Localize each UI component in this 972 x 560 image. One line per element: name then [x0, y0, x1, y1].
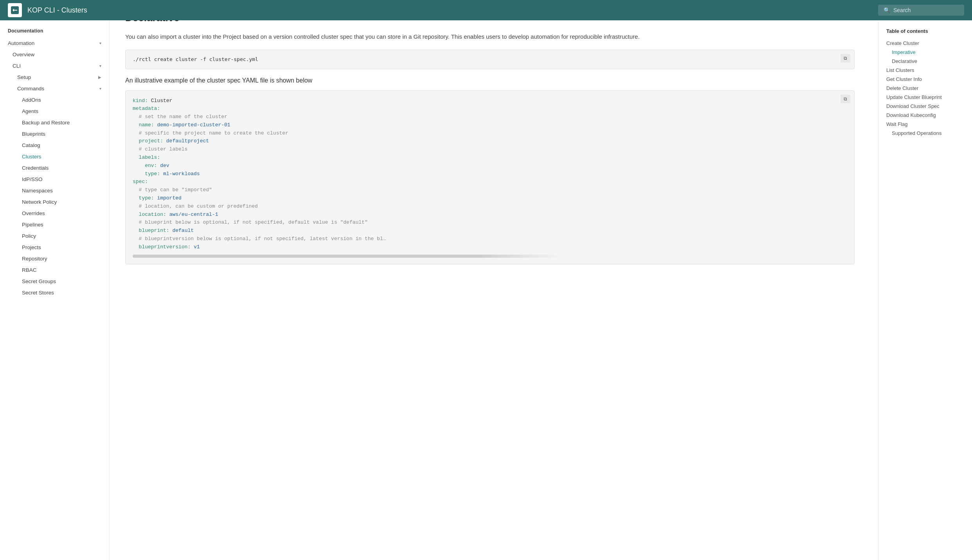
- sidebar-item-label: Secret Groups: [22, 278, 56, 284]
- header: KOP CLI - Clusters 🔍: [0, 0, 972, 20]
- sidebar-item-policy[interactable]: Policy: [0, 230, 109, 242]
- sidebar-item-label: Projects: [22, 244, 41, 250]
- yaml-code-block: ⧉ kind: Clustermetadata: # set the name …: [125, 90, 855, 264]
- yaml-example-label: An illustrative example of the cluster s…: [125, 77, 855, 84]
- code-line: # set the name of the cluster: [133, 113, 847, 121]
- code-line: metadata:: [133, 105, 847, 113]
- sidebar-item-backup-restore[interactable]: Backup and Restore: [0, 117, 109, 128]
- toc-item[interactable]: Declarative: [886, 57, 964, 66]
- code-line: labels:: [133, 154, 847, 162]
- search-input[interactable]: [893, 7, 956, 13]
- code-line: type: imported: [133, 194, 847, 203]
- yaml-code-scroll: kind: Clustermetadata: # set the name of…: [133, 97, 847, 251]
- sidebar: Documentation Automation▾OverviewCLI▾Set…: [0, 20, 110, 284]
- sidebar-item-projects[interactable]: Projects: [0, 242, 109, 253]
- sidebar-item-rbac[interactable]: RBAC: [0, 264, 109, 276]
- code-line: blueprint: default: [133, 227, 847, 235]
- simple-code: ./rctl create cluster -f cluster-spec.ym…: [133, 56, 258, 62]
- sidebar-item-secret-groups[interactable]: Secret Groups: [0, 276, 109, 284]
- code-line: # cluster labels: [133, 145, 847, 154]
- sidebar-item-namespaces[interactable]: Namespaces: [0, 185, 109, 196]
- sidebar-section-label: Documentation: [0, 28, 109, 38]
- copy-yaml-button[interactable]: ⧉: [841, 95, 850, 103]
- toc-title: Table of contents: [886, 28, 964, 34]
- sidebar-item-automation[interactable]: Automation▾: [0, 38, 109, 49]
- sidebar-item-label: CLI: [13, 63, 21, 69]
- sidebar-item-blueprints[interactable]: Blueprints: [0, 128, 109, 140]
- sidebar-item-idp-sso[interactable]: IdP/SSO: [0, 174, 109, 185]
- code-line: env: dev: [133, 162, 847, 170]
- intro-text: You can also import a cluster into the P…: [125, 32, 855, 42]
- logo: [8, 3, 22, 17]
- chevron-icon: ▾: [99, 86, 101, 91]
- simple-code-block: ⧉ ./rctl create cluster -f cluster-spec.…: [125, 50, 855, 69]
- scroll-indicator: [133, 255, 562, 258]
- sidebar-item-label: Automation: [8, 40, 34, 46]
- chevron-icon: ▾: [99, 41, 101, 45]
- toc-item[interactable]: Download Cluster Spec: [886, 102, 964, 111]
- search-box[interactable]: 🔍: [878, 5, 964, 16]
- sidebar-item-label: RBAC: [22, 267, 37, 273]
- code-line: # type can be "imported": [133, 186, 847, 194]
- sidebar-item-label: Repository: [22, 256, 47, 262]
- sidebar-item-commands[interactable]: Commands▾: [0, 83, 109, 94]
- code-line: name: demo-imported-cluster-01: [133, 121, 847, 129]
- sidebar-item-label: Setup: [17, 74, 31, 80]
- toc-item[interactable]: Update Cluster Blueprint: [886, 93, 964, 102]
- sidebar-item-label: Overview: [13, 52, 34, 57]
- toc-item[interactable]: Delete Cluster: [886, 84, 964, 93]
- sidebar-item-addons[interactable]: AddOns: [0, 94, 109, 106]
- sidebar-item-setup[interactable]: Setup▶: [0, 72, 109, 83]
- sidebar-item-label: Policy: [22, 233, 36, 239]
- sidebar-item-label: Commands: [17, 86, 44, 92]
- toc-item[interactable]: Wait Flag: [886, 120, 964, 129]
- sidebar-item-agents[interactable]: Agents: [0, 106, 109, 117]
- copy-simple-code-button[interactable]: ⧉: [841, 54, 850, 63]
- sidebar-item-clusters[interactable]: Clusters: [0, 151, 109, 162]
- code-line: project: defaultproject: [133, 137, 847, 145]
- sidebar-item-label: Pipelines: [22, 222, 43, 228]
- sidebar-item-label: Blueprints: [22, 131, 45, 137]
- code-line: kind: Cluster: [133, 97, 847, 105]
- sidebar-item-overrides[interactable]: Overrides: [0, 208, 109, 219]
- sidebar-item-label: Overrides: [22, 210, 45, 216]
- sidebar-item-catalog[interactable]: Catalog: [0, 140, 109, 151]
- sidebar-item-label: Namespaces: [22, 188, 53, 194]
- sidebar-item-label: Backup and Restore: [22, 120, 70, 126]
- sidebar-item-network-policy[interactable]: Network Policy: [0, 196, 109, 208]
- header-title: KOP CLI - Clusters: [27, 6, 878, 14]
- toc-item[interactable]: Get Cluster Info: [886, 75, 964, 84]
- sidebar-item-label: IdP/SSO: [22, 176, 43, 182]
- sidebar-item-repository[interactable]: Repository: [0, 253, 109, 264]
- toc-item[interactable]: Create Cluster: [886, 39, 964, 48]
- code-line: # blueprintversion below is optional, if…: [133, 235, 847, 243]
- toc-item[interactable]: Download Kubeconfig: [886, 111, 964, 120]
- code-line: # blueprint below is optional, if not sp…: [133, 219, 847, 227]
- code-line: blueprintversion: v1: [133, 243, 847, 251]
- sidebar-item-label: Clusters: [22, 154, 41, 160]
- search-icon: 🔍: [884, 7, 890, 13]
- sidebar-item-overview[interactable]: Overview: [0, 49, 109, 60]
- sidebar-item-label: Network Policy: [22, 199, 57, 205]
- sidebar-item-label: Agents: [22, 108, 38, 114]
- code-line: # location, can be custom or predefined: [133, 203, 847, 211]
- toc-item[interactable]: Imperative: [886, 48, 964, 57]
- code-line: # specific the project name to create th…: [133, 129, 847, 138]
- sidebar-item-label: Catalog: [22, 142, 40, 148]
- code-line: type: ml-workloads: [133, 170, 847, 178]
- chevron-icon: ▶: [98, 75, 101, 79]
- toc-item[interactable]: List Clusters: [886, 66, 964, 75]
- toc-item[interactable]: Supported Operations: [886, 129, 964, 138]
- sidebar-item-credentials[interactable]: Credentials: [0, 162, 109, 174]
- sidebar-item-cli[interactable]: CLI▾: [0, 60, 109, 72]
- code-line: spec:: [133, 178, 847, 186]
- code-line: location: aws/eu-central-1: [133, 211, 847, 219]
- chevron-icon: ▾: [99, 64, 101, 68]
- sidebar-item-label: AddOns: [22, 97, 41, 103]
- sidebar-item-label: Credentials: [22, 165, 49, 171]
- main-content: Declarative You can also import a cluste…: [110, 0, 870, 284]
- table-of-contents: Table of contents Create ClusterImperati…: [878, 20, 972, 284]
- sidebar-item-pipelines[interactable]: Pipelines: [0, 219, 109, 230]
